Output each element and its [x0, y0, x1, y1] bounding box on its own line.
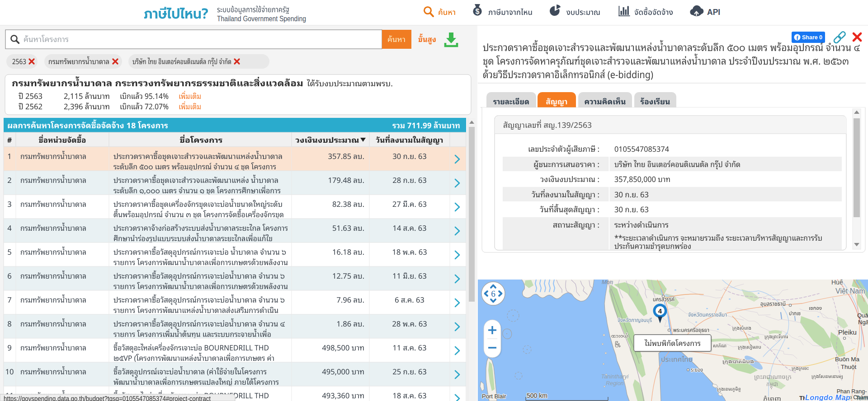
svg-text:500 km: 500 km	[527, 392, 547, 399]
svg-text:f: f	[797, 34, 799, 41]
svg-text:Share: Share	[802, 34, 818, 41]
svg-text:Mon: Mon	[602, 279, 613, 285]
svg-text:Việt Nam: Việt Nam	[835, 287, 865, 295]
svg-text:Port Blair: Port Blair	[482, 393, 506, 400]
svg-text:6: 6	[491, 289, 495, 298]
svg-text:4: 4	[658, 307, 662, 315]
svg-text:$: $	[476, 8, 480, 15]
svg-text:Terms: Terms	[856, 395, 868, 401]
svg-text:Quả: Quả	[857, 312, 868, 319]
svg-text:Tanintharyi: Tanintharyi	[601, 373, 629, 380]
svg-text:Thuột: Thuột	[841, 364, 857, 370]
svg-text:Buôn Ma: Buôn Ma	[835, 356, 860, 363]
svg-text:Huế: Huế	[831, 279, 843, 286]
svg-text:API: API	[707, 8, 720, 17]
svg-text:Thailand Government Spending: Thailand Government Spending	[217, 14, 306, 23]
svg-text:Ngã: Ngã	[858, 319, 868, 326]
svg-text:Longdo Map: Longdo Map	[805, 394, 850, 401]
svg-text:0: 0	[819, 34, 822, 41]
svg-text:Pleiku: Pleiku	[838, 328, 857, 336]
svg-text:Region: Region	[606, 380, 624, 387]
